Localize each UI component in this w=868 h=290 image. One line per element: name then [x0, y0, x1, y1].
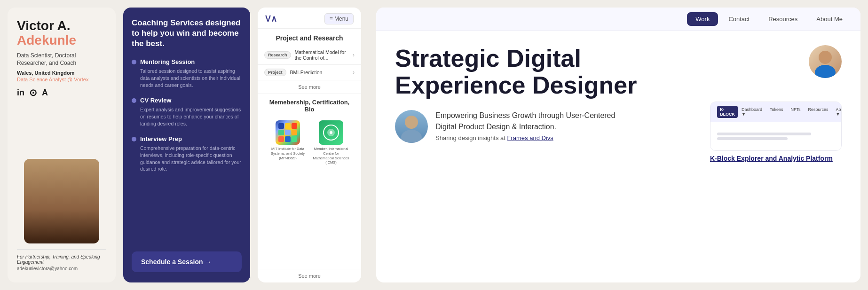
projects-nav-header: V∧ ≡ Menu: [258, 8, 361, 29]
project-item-1[interactable]: Research Mathematical Model for the Cont…: [258, 46, 361, 65]
projects-card: V∧ ≡ Menu Project and Research Research …: [258, 8, 361, 282]
project-item-2[interactable]: Project BMI-Prediction ›: [258, 65, 361, 80]
mit-name: MIT Institute for Data Systems, and Soci…: [269, 147, 307, 160]
partnership-text: For Partnership, Training, and Speaking …: [17, 254, 106, 265]
nav-about[interactable]: About Me: [808, 12, 851, 26]
arrow-icon-1: ›: [353, 52, 355, 58]
service-cv: CV Review Expert analysis and improvemen…: [132, 97, 242, 127]
right-content: Strategic Digital Experience Designer Em…: [376, 31, 860, 282]
svg-point-4: [401, 130, 422, 143]
svg-point-3: [405, 116, 418, 129]
showcase-title-link[interactable]: K-Block Explorer and Analytic Platform: [710, 155, 842, 162]
project-name-2: BMI-Prediction: [290, 70, 323, 75]
nav-work[interactable]: Work: [687, 12, 718, 26]
membership-logos: MIT Institute for Data Systems, and Soci…: [258, 117, 361, 168]
social-icons: in ⊙ A: [17, 87, 106, 98]
designer-info: Empowering Business Growth through User-…: [395, 110, 696, 143]
arrow-icon-2: ›: [353, 69, 355, 76]
profile-location: Wales, United Kingdom: [17, 70, 106, 76]
membership-title: Memebership, Certification, Bio: [258, 94, 361, 117]
showcase-body: [710, 122, 841, 150]
academia-icon[interactable]: A: [42, 88, 48, 98]
nav-resources[interactable]: Resources: [760, 12, 806, 26]
svg-point-5: [819, 51, 832, 64]
project-showcase: K-BLOCK Dashboard ▼ Tokens NFTs Resource…: [710, 102, 842, 151]
left-panel: Victor A. Adekunle Data Scientist, Docto…: [0, 0, 376, 290]
designer-sharing: Sharing design insights at Frames and Di…: [435, 134, 615, 141]
right-nav: Work Contact Resources About Me: [376, 8, 860, 31]
projects-see-more[interactable]: See more: [258, 80, 361, 94]
showcase-nav: Dashboard ▼ Tokens NFTs Resources About …: [742, 107, 842, 117]
service-dot-3: [132, 137, 136, 141]
coaching-title: Coaching Services designed to help you w…: [132, 18, 242, 49]
icms-member: Member, International Centre for Mathema…: [312, 120, 350, 165]
icms-name: Member, International Centre for Mathema…: [312, 147, 350, 165]
profile-card: Victor A. Adekunle Data Scientist, Docto…: [8, 8, 116, 282]
service-interview: Interview Prep Comprehensive preparation…: [132, 135, 242, 172]
service-dot-2: [132, 98, 136, 103]
top-avatar: [809, 45, 842, 78]
profile-photo: [24, 159, 99, 243]
schedule-session-button[interactable]: Schedule a Session →: [132, 251, 242, 272]
profile-title: Data Scientist, Doctoral Researcher, and…: [17, 52, 106, 68]
linkedin-icon[interactable]: in: [17, 88, 24, 98]
mit-logo: [276, 120, 300, 145]
profile-company: Data Science Analyst @ Vortex: [17, 77, 106, 82]
service-dot: [132, 60, 136, 64]
profile-photo-area: [17, 104, 106, 243]
right-side-content: K-BLOCK Dashboard ▼ Tokens NFTs Resource…: [710, 45, 842, 162]
service-name: Mentoring Session: [140, 58, 195, 65]
nav-contact[interactable]: Contact: [720, 12, 758, 26]
frames-divs-link[interactable]: Frames and Divs: [507, 134, 553, 141]
menu-button[interactable]: ≡ Menu: [324, 13, 354, 24]
email-text: adekunlevictora@yahoo.com: [17, 266, 106, 271]
service-desc: Tailored session designed to assist aspi…: [132, 68, 242, 88]
designer-avatar: [395, 110, 428, 143]
icms-logo: [319, 120, 343, 145]
showcase-logo: K-BLOCK: [717, 106, 738, 118]
person-image: [24, 159, 99, 243]
service-desc-2: Expert analysis and improvement suggesti…: [132, 106, 242, 127]
projects-section-title: Project and Research: [258, 29, 361, 46]
mit-member: MIT Institute for Data Systems, and Soci…: [269, 120, 307, 165]
coaching-card: Coaching Services designed to help you w…: [123, 8, 250, 282]
showcase-header: K-BLOCK Dashboard ▼ Tokens NFTs Resource…: [710, 102, 841, 122]
designer-tagline: Empowering Business Growth through User-…: [435, 110, 615, 133]
service-mentoring: Mentoring Session Tailored session desig…: [132, 58, 242, 88]
nav-logo: V∧: [265, 14, 277, 24]
tag-project: Project: [264, 69, 286, 76]
svg-point-6: [815, 65, 836, 78]
right-panel: Work Contact Resources About Me Strategi…: [376, 8, 860, 282]
tag-research: Research: [264, 51, 291, 59]
svg-point-2: [330, 131, 332, 134]
service-name-2: CV Review: [140, 97, 171, 104]
profile-footer: For Partnership, Training, and Speaking …: [17, 249, 106, 271]
profile-name: Victor A. Adekunle: [17, 19, 106, 48]
service-name-3: Interview Prep: [140, 135, 182, 142]
designer-text: Strategic Digital Experience Designer Em…: [395, 45, 696, 143]
github-icon[interactable]: ⊙: [29, 87, 37, 98]
membership-see-more[interactable]: See more: [258, 269, 361, 282]
project-name-1: Mathematical Model for the Control of...: [295, 49, 353, 61]
service-desc-3: Comprehensive preparation for data-centr…: [132, 145, 242, 172]
big-title: Strategic Digital Experience Designer: [395, 45, 696, 99]
